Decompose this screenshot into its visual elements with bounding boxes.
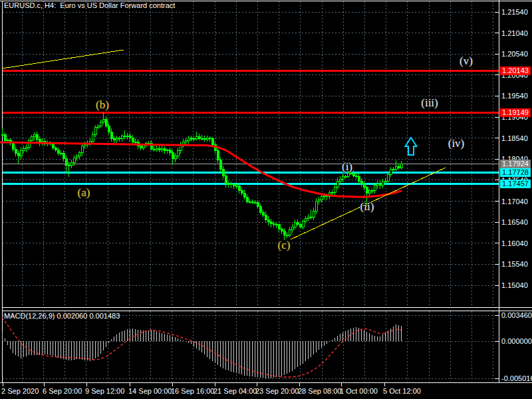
candle-body — [398, 166, 400, 168]
price-axis-label: 1.21540 — [501, 8, 528, 17]
candle-body — [132, 138, 134, 142]
candle-body — [174, 156, 176, 159]
support-price-badge: 1.17457 — [500, 180, 531, 188]
candle-body — [257, 202, 259, 207]
price-axis-label: 1.16040 — [501, 239, 528, 248]
candle-body — [339, 180, 341, 182]
moving-average-line[interactable] — [0, 142, 401, 197]
candle-body — [313, 211, 315, 217]
candle-body — [7, 140, 9, 141]
candle-body — [110, 132, 112, 139]
resistance-price-badge: 1.19149 — [500, 108, 531, 117]
candle-body — [395, 166, 397, 169]
candle-body — [227, 184, 229, 184]
candle-body — [251, 201, 253, 202]
candle-body — [355, 176, 357, 176]
candle-body — [209, 138, 211, 139]
candle-body — [275, 224, 277, 225]
candle-body — [172, 152, 174, 159]
candle-body — [331, 192, 333, 193]
candle-body — [217, 151, 219, 160]
candle-body — [78, 153, 80, 156]
candle-body — [249, 201, 251, 202]
macd-axis-label: 0.000000 — [501, 337, 532, 346]
wave-label-b[interactable]: (b) — [96, 99, 109, 110]
candle-body — [73, 158, 75, 162]
candle-body — [129, 136, 131, 138]
candle-body — [358, 176, 360, 181]
candle-body — [278, 225, 280, 229]
candle-body — [153, 149, 155, 150]
candle-body — [198, 137, 200, 139]
price-axis-label: 1.18540 — [501, 134, 528, 143]
candle-body — [31, 137, 33, 140]
candle-body — [321, 196, 323, 200]
price-axis-label: 1.19540 — [501, 92, 528, 100]
time-axis-label: 14 Sep 00:00 — [128, 387, 172, 396]
wave-label-v[interactable]: (v) — [460, 55, 473, 66]
wave-label-iv[interactable]: (iv) — [448, 138, 465, 149]
up-arrow-icon[interactable] — [406, 138, 417, 155]
candle-body — [25, 147, 27, 149]
time-axis-label: 9 Sep 12:00 — [85, 387, 124, 396]
time-axis-label: 16 Sep 16:00 — [171, 387, 214, 396]
candle-body — [94, 127, 96, 135]
candle-body — [382, 182, 384, 186]
price-axis-label: 1.17040 — [501, 198, 528, 206]
candle-body — [57, 150, 59, 154]
candle-body — [318, 200, 320, 201]
candle-body — [233, 185, 235, 186]
candle-body — [124, 136, 126, 136]
candle-body — [246, 198, 248, 202]
candle-body — [211, 139, 213, 145]
candle-body — [352, 173, 354, 176]
candle-body — [102, 120, 104, 122]
candle-body — [81, 146, 83, 153]
candle-body — [70, 162, 72, 165]
macd-axis-label: 0.003460 — [501, 311, 532, 320]
candle-body — [254, 202, 256, 203]
candle-body — [142, 146, 144, 148]
candle-body — [206, 138, 208, 140]
candle-body — [23, 149, 25, 151]
chart-canvas[interactable] — [0, 0, 532, 399]
time-axis-label: 1 Oct 00:00 — [340, 387, 378, 396]
candle-body — [60, 153, 62, 154]
candle-body — [140, 146, 142, 148]
candle-body — [363, 184, 365, 188]
candle-body — [219, 160, 221, 169]
wave-label-iii[interactable]: (iii) — [421, 97, 438, 108]
wave-label-ii[interactable]: (ii) — [360, 201, 374, 212]
candle-body — [52, 144, 54, 148]
candle-body — [299, 225, 301, 227]
candle-body — [347, 173, 349, 176]
trendline[interactable] — [2, 50, 124, 68]
candle-body — [262, 212, 264, 215]
candle-body — [307, 217, 309, 218]
candle-body — [294, 222, 296, 227]
candle-body — [379, 184, 381, 185]
candle-body — [302, 221, 304, 227]
candle-body — [121, 136, 123, 139]
chart-title: EURUSD.c, H4: Euro vs US Dollar Forward … — [4, 1, 175, 10]
candle-body — [193, 138, 195, 139]
candle-body — [374, 186, 376, 190]
candle-body — [366, 188, 368, 193]
time-axis-label: 21 Sep 04:00 — [213, 387, 257, 396]
candle-body — [289, 230, 291, 235]
wave-label-a[interactable]: (a) — [78, 187, 90, 198]
candle-body — [33, 135, 35, 137]
candle-body — [113, 139, 115, 140]
candle-body — [283, 231, 285, 235]
candle-body — [97, 126, 99, 127]
candle-body — [238, 186, 240, 191]
candle-body — [305, 218, 307, 221]
candle-body — [390, 169, 392, 174]
candle-body — [118, 138, 120, 139]
time-axis-label: 28 Sep 08:00 — [298, 387, 341, 396]
wave-label-i[interactable]: (i) — [342, 161, 352, 172]
candle-body — [297, 222, 299, 225]
candle-body — [177, 151, 179, 156]
wave-label-c[interactable]: (c) — [278, 239, 291, 251]
candle-body — [161, 148, 163, 150]
